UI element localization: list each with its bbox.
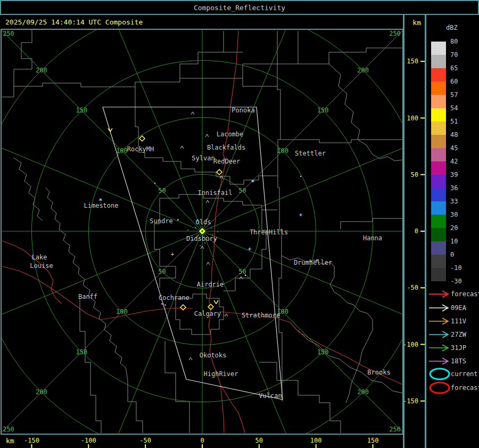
city-label: RedDeer xyxy=(213,158,241,165)
radar-site-diamond-icon xyxy=(217,169,222,175)
bottom-axis-tick-label: -50 xyxy=(139,437,151,444)
city-label: Limestone xyxy=(84,202,118,209)
echo-pixel xyxy=(161,303,163,305)
clutter-pixel xyxy=(200,245,201,246)
range-ring-label: 250 xyxy=(389,30,401,37)
range-ring-label: 100 xyxy=(277,147,288,154)
boundary-line xyxy=(298,48,403,64)
dot-marker-icon xyxy=(154,183,155,184)
bottom-axis-unit-label: km xyxy=(6,437,14,445)
right-axis-tick-label: 50 xyxy=(411,171,418,178)
city-label: Sundre xyxy=(150,217,172,225)
right-axis-tick-label: 100 xyxy=(407,115,418,122)
range-ring-label: 250 xyxy=(3,426,14,433)
chevron-marker-icon xyxy=(214,300,218,304)
city-label: Stettler xyxy=(295,150,326,157)
range-ring-label: 250 xyxy=(3,30,14,37)
city-label: Innisfail xyxy=(197,189,232,197)
range-ring-label: 200 xyxy=(357,388,369,396)
boundary-line xyxy=(180,31,224,78)
clutter-pixel xyxy=(187,230,188,231)
city-label: Didsbury xyxy=(186,235,217,242)
town-caret-icon xyxy=(191,112,194,115)
city-label: Olds xyxy=(196,218,211,226)
highway-line xyxy=(2,241,62,304)
radial-line xyxy=(88,231,202,448)
city-label: Louise xyxy=(30,262,53,270)
radial-line xyxy=(0,231,202,345)
right-axis-tick-label: 150 xyxy=(407,58,418,65)
town-caret-icon xyxy=(180,146,184,149)
boundary-line xyxy=(126,368,143,433)
bottom-axis-tick-label: 50 xyxy=(255,437,263,444)
range-ring-label: 50 xyxy=(238,268,246,275)
right-axis-tick-label: -150 xyxy=(403,397,418,405)
city-label: Brooks xyxy=(367,369,390,376)
city-label: Lake xyxy=(32,254,47,261)
city-label: Okotoks xyxy=(200,352,227,359)
range-ring-label: 50 xyxy=(158,268,166,275)
city-label: Cochrane xyxy=(159,294,189,302)
clutter-pixel xyxy=(204,242,205,243)
range-ring-label: 200 xyxy=(36,388,47,396)
range-ring-label: 150 xyxy=(76,348,87,356)
plus-marker-icon: + xyxy=(299,211,303,218)
town-caret-icon xyxy=(205,134,209,137)
bottom-axis-tick-label: -150 xyxy=(24,437,39,444)
range-ring-label: 250 xyxy=(389,426,401,433)
echo-pixel xyxy=(164,304,166,306)
asterisk-marker-icon: * xyxy=(251,178,255,186)
plus-marker-icon: + xyxy=(248,246,252,252)
city-label: Ponoka xyxy=(232,107,254,114)
boundary-line xyxy=(373,154,403,161)
city-label: Lacombe xyxy=(217,131,244,138)
town-caret-icon xyxy=(206,200,209,203)
range-ring xyxy=(0,0,479,448)
range-ring-label: 150 xyxy=(317,348,329,356)
echo-pixel xyxy=(177,219,179,221)
boundary-line xyxy=(329,64,373,154)
plus-marker-icon: + xyxy=(171,251,175,258)
radial-line xyxy=(202,20,413,231)
boundary-line xyxy=(224,210,266,291)
range-ring-label: 50 xyxy=(238,187,246,194)
radar-center-dot-icon xyxy=(201,230,203,232)
clutter-pixel xyxy=(211,227,212,229)
range-ring-label: 150 xyxy=(317,107,329,114)
city-label: Strathmore xyxy=(242,312,280,319)
clutter-pixel xyxy=(217,231,218,232)
right-axis-tick-label: 0 xyxy=(415,227,418,235)
boundary-line xyxy=(243,31,298,78)
radar-app-window: Composite_Reflectivity 2025/09/25 14:40:… xyxy=(0,0,479,448)
boundary-line xyxy=(2,78,277,97)
city-label: Blackfalds xyxy=(207,144,245,151)
city-label: HighRiver xyxy=(203,370,238,378)
city-label: Sylvan xyxy=(192,154,214,162)
town-caret-icon xyxy=(207,262,210,265)
bottom-axis-tick-label: 150 xyxy=(367,437,379,444)
bottom-axis-tick-label: -100 xyxy=(81,437,96,444)
radar-map-canvas[interactable]: 5010015020025050100150200250501001502002… xyxy=(0,0,479,448)
bottom-axis-tick-label: 100 xyxy=(310,437,322,444)
radial-line xyxy=(0,117,202,231)
boundary-line xyxy=(341,218,403,229)
range-ring-label: 200 xyxy=(357,67,369,74)
boundary-line xyxy=(298,330,403,393)
boundary-line xyxy=(280,140,403,143)
dot-marker-icon xyxy=(245,275,246,276)
city-label: Drumheller xyxy=(294,259,332,266)
dot-marker-icon xyxy=(300,176,301,177)
range-ring-label: 200 xyxy=(36,67,47,74)
radial-line xyxy=(202,117,477,231)
range-ring-label: 100 xyxy=(116,308,128,315)
range-rings-and-radials: 5010015020025050100150200250501001502002… xyxy=(0,0,479,448)
radial-line xyxy=(202,231,477,345)
town-caret-icon xyxy=(225,314,228,316)
boundary-line xyxy=(165,341,189,433)
clutter-pixel xyxy=(195,227,196,228)
boundary-line xyxy=(13,158,43,221)
town-caret-icon xyxy=(189,357,192,360)
radar-site-diamond-icon xyxy=(139,136,145,141)
radar-site-diamond-icon xyxy=(180,305,186,310)
city-label: Vulcan xyxy=(259,392,282,400)
